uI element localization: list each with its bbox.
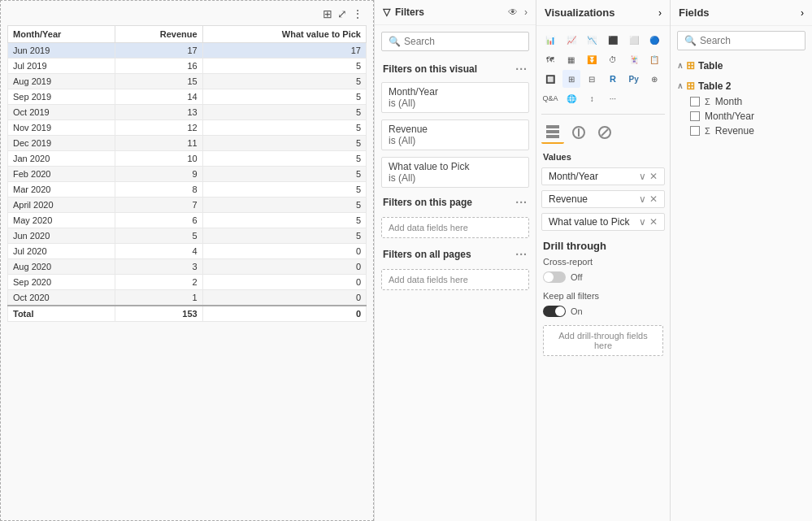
field-group-table1-header[interactable]: ∧ ⊞ Table — [671, 57, 812, 74]
cell-pick: 17 — [202, 43, 366, 59]
viz-r-icon[interactable]: R — [604, 70, 622, 88]
table-row[interactable]: Sep 2020 2 0 — [8, 275, 367, 290]
table-row[interactable]: Aug 2019 15 5 — [8, 74, 367, 89]
viz-fields-icon[interactable] — [541, 121, 564, 144]
keep-filters-toggle[interactable] — [543, 306, 566, 317]
filter-icon[interactable]: ⊞ — [323, 7, 332, 20]
cell-revenue: 1 — [115, 290, 203, 306]
viz-card-icon[interactable]: 🃏 — [625, 50, 643, 68]
filters-all-dots[interactable]: ··· — [515, 248, 528, 261]
col-header-revenue[interactable]: Revenue — [115, 26, 203, 43]
table2-icon: ⊞ — [686, 80, 695, 92]
cell-pick: 5 — [202, 151, 366, 167]
value-chip-pick[interactable]: What value to Pick ∨ ✕ — [541, 213, 665, 231]
field-month-year-checkbox[interactable] — [690, 111, 700, 121]
viz-expand-icon[interactable]: › — [658, 7, 662, 19]
add-drill-fields-button[interactable]: Add drill-through fields here — [543, 325, 663, 356]
cell-pick: 5 — [202, 89, 366, 105]
table-row[interactable]: Nov 2019 12 5 — [8, 120, 367, 136]
add-page-fields-button[interactable]: Add data fields here — [381, 217, 529, 238]
expand-icon[interactable]: ⤢ — [337, 7, 347, 20]
value-revenue-expand[interactable]: ∨ — [639, 193, 646, 205]
field-month-year-label: Month/Year — [705, 111, 754, 122]
col-header-pick[interactable]: What value to Pick — [202, 26, 366, 43]
value-revenue-remove[interactable]: ✕ — [649, 193, 658, 205]
viz-matrix-icon[interactable]: ⊟ — [583, 70, 601, 88]
filter-pick[interactable]: What value to Pick is (All) — [381, 157, 529, 188]
cell-month: Aug 2020 — [8, 259, 115, 275]
cross-report-toggle[interactable] — [543, 271, 566, 283]
field-item-month-year[interactable]: Month/Year — [671, 109, 812, 124]
filters-label: Filters — [395, 7, 424, 18]
viz-flow-icon[interactable]: ↕ — [583, 89, 601, 107]
field-group-table2-header[interactable]: ∧ ⊞ Table 2 — [671, 77, 812, 94]
filter-revenue[interactable]: Revenue is (All) — [381, 119, 529, 150]
viz-combo-icon[interactable]: ⬛ — [604, 31, 622, 49]
field-revenue-checkbox[interactable] — [690, 126, 700, 136]
cell-revenue: 6 — [115, 213, 203, 228]
viz-panel: Visualizations › 📊 📈 📉 ⬛ ⬜ 🔵 🗺 ▦ ⏬ ⏱ 🃏 📋… — [536, 0, 671, 521]
filters-search-input[interactable] — [404, 36, 522, 47]
viz-py-icon[interactable]: Py — [625, 70, 643, 88]
cell-pick: 5 — [202, 105, 366, 120]
viz-format-icon[interactable] — [567, 121, 590, 144]
fields-expand-icon[interactable]: › — [801, 7, 804, 19]
viz-analytics-icon[interactable] — [593, 121, 616, 144]
table-row[interactable]: Sep 2019 14 5 — [8, 89, 367, 105]
table-row[interactable]: Dec 2019 11 5 — [8, 136, 367, 151]
viz-custom-icon[interactable]: ⊕ — [645, 70, 663, 88]
viz-slicer-icon[interactable]: 🔲 — [541, 70, 559, 88]
table-row[interactable]: April 2020 7 5 — [8, 198, 367, 213]
value-month-year-remove[interactable]: ✕ — [649, 171, 658, 182]
table-row[interactable]: Mar 2020 8 5 — [8, 182, 367, 198]
cell-month: Jul 2020 — [8, 244, 115, 259]
value-chip-month-year[interactable]: Month/Year ∨ ✕ — [541, 167, 665, 185]
table-row[interactable]: May 2020 6 5 — [8, 213, 367, 228]
table-row[interactable]: Jul 2019 16 5 — [8, 59, 367, 74]
viz-decomp-icon[interactable]: 🌐 — [562, 89, 580, 107]
add-all-fields-button[interactable]: Add data fields here — [381, 269, 529, 290]
viz-bar-icon[interactable]: 📊 — [541, 31, 559, 49]
viz-funnel-icon[interactable]: ⏬ — [583, 50, 601, 68]
viz-treemap-icon[interactable]: ▦ — [562, 50, 580, 68]
viz-table-icon[interactable]: ⊞ — [562, 70, 580, 88]
filters-page-dots[interactable]: ··· — [515, 196, 528, 209]
viz-divider — [541, 114, 665, 115]
value-chip-revenue[interactable]: Revenue ∨ ✕ — [541, 190, 665, 208]
viz-pie-icon[interactable]: 🔵 — [645, 31, 663, 49]
cell-revenue: 12 — [115, 120, 203, 136]
viz-kpi-icon[interactable]: 📋 — [645, 50, 663, 68]
field-month-checkbox[interactable] — [690, 97, 700, 106]
more-icon[interactable]: ⋮ — [352, 7, 363, 20]
table-row[interactable]: Aug 2020 3 0 — [8, 259, 367, 275]
filters-visual-dots[interactable]: ··· — [515, 63, 528, 76]
viz-q-icon[interactable]: Q&A — [541, 89, 559, 107]
fields-panel: Fields › 🔍 ∧ ⊞ Table ∧ ⊞ Table 2 Σ Month… — [671, 0, 812, 521]
filters-expand-icon[interactable]: › — [524, 7, 528, 18]
filter-month-year[interactable]: Month/Year is (All) — [381, 82, 529, 113]
field-item-revenue[interactable]: Σ Revenue — [671, 124, 812, 138]
table-row[interactable]: Oct 2020 1 0 — [8, 290, 367, 306]
table-row[interactable]: Jun 2020 5 5 — [8, 228, 367, 244]
viz-more-viz-icon[interactable]: ··· — [604, 89, 622, 107]
value-pick-remove[interactable]: ✕ — [649, 216, 658, 228]
table-row[interactable]: Jun 2019 17 17 — [8, 43, 367, 59]
fields-search-box[interactable]: 🔍 — [677, 31, 805, 50]
fields-search-input[interactable] — [700, 35, 798, 46]
field-item-month[interactable]: Σ Month — [671, 94, 812, 109]
table-toolbar: ⊞ ⤢ ⋮ — [7, 7, 367, 20]
viz-area-icon[interactable]: 📉 — [583, 31, 601, 49]
viz-map-icon[interactable]: 🗺 — [541, 50, 559, 68]
table-row[interactable]: Oct 2019 13 5 — [8, 105, 367, 120]
viz-gauge-icon[interactable]: ⏱ — [604, 50, 622, 68]
viz-scatter-icon[interactable]: ⬜ — [625, 31, 643, 49]
filters-search-box[interactable]: 🔍 — [381, 32, 529, 51]
table-row[interactable]: Feb 2020 9 5 — [8, 167, 367, 182]
table-row[interactable]: Jan 2020 10 5 — [8, 151, 367, 167]
value-month-year-expand[interactable]: ∨ — [639, 171, 646, 182]
filters-eye-icon[interactable]: 👁 — [508, 7, 518, 18]
col-header-month[interactable]: Month/Year — [8, 26, 115, 43]
table-row[interactable]: Jul 2020 4 0 — [8, 244, 367, 259]
viz-line-icon[interactable]: 📈 — [562, 31, 580, 49]
value-pick-expand[interactable]: ∨ — [639, 216, 646, 228]
